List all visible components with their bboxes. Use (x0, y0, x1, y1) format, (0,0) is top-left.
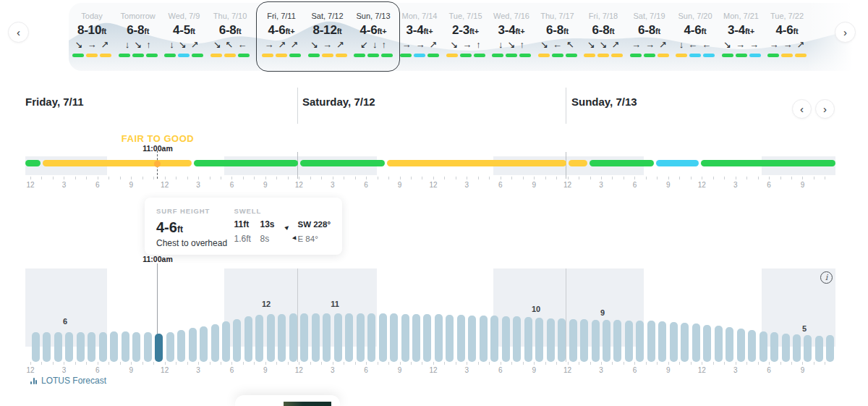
lotus-forecast-link[interactable]: LOTUS Forecast (30, 376, 106, 386)
strip-prev-button[interactable]: ‹ (8, 22, 29, 43)
surf-height-bar[interactable] (233, 319, 241, 362)
day-column-sat-7-19[interactable]: Sat, 7/196-8ft→→↗ (624, 3, 675, 68)
surf-height-bar[interactable] (412, 314, 420, 362)
surf-height-bar[interactable] (535, 318, 543, 362)
surf-height-bar[interactable] (200, 326, 208, 362)
surf-height-bar[interactable] (244, 316, 252, 362)
day-column-today[interactable]: Today8-10ft↘→↗ (67, 3, 117, 68)
condition-segment-yellow[interactable] (569, 160, 587, 166)
surf-height-bar[interactable] (748, 330, 756, 362)
surf-height-bar[interactable] (289, 313, 297, 362)
surf-height-bar[interactable] (177, 330, 185, 362)
surf-height-bar[interactable] (189, 328, 197, 362)
detail-next-button[interactable]: › (815, 99, 835, 119)
surf-height-bar[interactable] (423, 314, 431, 362)
surf-height-bar[interactable] (782, 334, 790, 362)
surf-height-bar[interactable] (569, 319, 577, 362)
surf-height-bar[interactable] (647, 321, 655, 362)
surf-height-bar[interactable] (401, 314, 409, 362)
day-column-tue-7-22[interactable]: Tue, 7/224-6ft→→↗ (762, 3, 812, 68)
surf-height-bar[interactable] (379, 313, 387, 362)
surf-height-bar[interactable] (99, 332, 107, 362)
surf-height-bar[interactable] (815, 336, 823, 362)
surf-height-bar[interactable] (770, 332, 778, 362)
condition-segment-blue[interactable] (656, 160, 699, 166)
surf-height-bar[interactable] (65, 332, 73, 362)
surf-height-bar[interactable] (323, 313, 331, 362)
surf-height-bar[interactable] (267, 314, 275, 362)
surf-height-bar[interactable] (793, 334, 801, 362)
surf-height-bar[interactable] (524, 317, 532, 362)
surf-height-bar[interactable] (502, 316, 510, 362)
surf-height-bar[interactable] (122, 331, 129, 362)
surf-height-bar[interactable] (255, 315, 263, 362)
surf-height-bar[interactable] (625, 321, 633, 362)
surf-height-bar[interactable] (658, 321, 666, 362)
condition-segment-green[interactable] (300, 160, 386, 166)
surf-height-bar[interactable] (367, 313, 375, 362)
surf-height-bar[interactable] (804, 335, 812, 362)
surf-height-bar[interactable] (681, 323, 689, 362)
day-column-tue-7-15[interactable]: Tue, 7/152-3ft+↘→↑ (441, 3, 491, 68)
surf-height-bar[interactable] (155, 334, 163, 362)
surf-height-bar[interactable] (32, 332, 40, 362)
surf-height-bar[interactable] (54, 332, 62, 362)
day-column-wed-7-16[interactable]: Wed, 7/163-4ft+↓↘↑ (486, 3, 537, 68)
surf-height-bar[interactable] (88, 332, 95, 362)
surf-height-bar[interactable] (132, 332, 140, 362)
surf-height-bar[interactable] (670, 322, 678, 362)
condition-segment-green[interactable] (701, 160, 835, 166)
day-column-tomorrow[interactable]: Tomorrow6-8ft↓↘↑ (113, 3, 163, 68)
info-icon[interactable]: i (820, 271, 833, 284)
surf-height-bar[interactable] (435, 314, 443, 362)
surf-height-bar[interactable] (110, 331, 118, 362)
detail-prev-button[interactable]: ‹ (792, 99, 812, 119)
surf-height-bar[interactable] (547, 318, 555, 362)
day-column-fri-7-18[interactable]: Fri, 7/186-8ft↘↘↗ (578, 3, 629, 68)
surf-height-bar[interactable] (558, 318, 566, 362)
surf-height-bar[interactable] (760, 331, 767, 362)
day-column-wed-7-9[interactable]: Wed, 7/94-5ft↓↘↗ (158, 3, 209, 68)
surf-height-bar[interactable] (345, 313, 353, 362)
surf-height-bar[interactable] (513, 316, 521, 362)
day-column-mon-7-14[interactable]: Mon, 7/143-4ft+→→↗ (394, 3, 445, 68)
day-column-thu-7-10[interactable]: Thu, 7/106-8ft↘↖← (205, 3, 255, 68)
surf-height-bar[interactable] (737, 329, 745, 362)
surf-height-bar[interactable] (222, 321, 230, 362)
day-column-thu-7-17[interactable]: Thu, 7/176-8ft↘←↖ (532, 3, 583, 68)
surf-height-bar[interactable] (490, 316, 498, 362)
surf-height-bar[interactable] (592, 320, 600, 362)
surf-height-bar[interactable] (636, 321, 644, 362)
surf-height-bar[interactable] (446, 315, 454, 362)
condition-segment-green[interactable] (194, 160, 298, 166)
surf-height-bar[interactable] (312, 313, 320, 362)
surf-height-bar[interactable] (692, 323, 700, 362)
surf-height-bar[interactable] (480, 316, 488, 362)
surf-height-bar[interactable] (357, 313, 365, 362)
surf-height-bar[interactable] (715, 326, 723, 362)
condition-segment-green[interactable] (25, 160, 41, 166)
surf-height-bar[interactable] (211, 324, 219, 362)
surf-height-bar[interactable] (457, 315, 465, 362)
timeline-marker-dot[interactable] (154, 161, 161, 167)
surf-height-bar[interactable] (468, 316, 476, 362)
condition-segment-green[interactable] (590, 160, 653, 166)
surf-height-bar[interactable] (826, 335, 834, 362)
surf-height-bar[interactable] (300, 313, 308, 362)
day-column-mon-7-21[interactable]: Mon, 7/213-4ft+↘→→ (716, 3, 767, 68)
condition-segment-yellow[interactable] (43, 160, 192, 166)
surf-height-bar[interactable] (278, 314, 286, 362)
surf-height-bar[interactable] (390, 313, 398, 362)
condition-segment-yellow[interactable] (387, 160, 566, 166)
surf-height-bar[interactable] (334, 313, 342, 362)
surf-height-bar[interactable] (77, 332, 85, 362)
surf-height-bar[interactable] (603, 320, 610, 362)
surf-height-bar[interactable] (613, 320, 621, 362)
surf-height-bar[interactable] (580, 319, 588, 362)
surf-height-bar[interactable] (166, 332, 174, 362)
strip-next-button[interactable]: › (835, 22, 856, 43)
surf-height-bar[interactable] (726, 327, 733, 362)
surf-height-bar[interactable] (703, 325, 711, 362)
surf-height-bar[interactable] (43, 332, 51, 362)
surf-height-bar[interactable] (144, 332, 152, 362)
